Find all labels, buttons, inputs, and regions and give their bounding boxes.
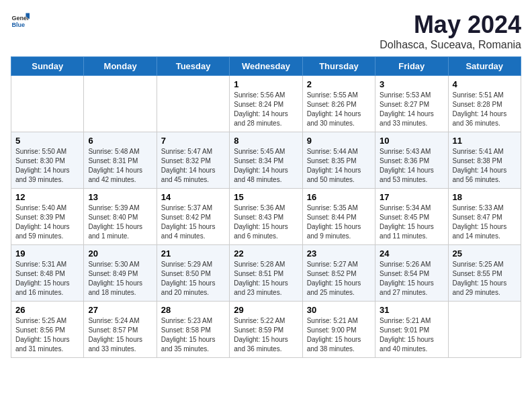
day-number: 5 <box>15 136 80 146</box>
calendar-cell: 25Sunrise: 5:25 AM Sunset: 8:55 PM Dayli… <box>448 245 521 302</box>
svg-text:Blue: Blue <box>11 21 25 28</box>
day-info: Sunrise: 5:56 AM Sunset: 8:24 PM Dayligh… <box>234 91 298 128</box>
calendar-cell: 10Sunrise: 5:43 AM Sunset: 8:36 PM Dayli… <box>375 132 448 189</box>
calendar-cell: 9Sunrise: 5:44 AM Sunset: 8:35 PM Daylig… <box>302 132 375 189</box>
calendar-cell: 28Sunrise: 5:23 AM Sunset: 8:58 PM Dayli… <box>157 302 229 358</box>
calendar-cell: 5Sunrise: 5:50 AM Sunset: 8:30 PM Daylig… <box>11 132 84 189</box>
week-row-2: 5Sunrise: 5:50 AM Sunset: 8:30 PM Daylig… <box>11 132 521 189</box>
day-info: Sunrise: 5:55 AM Sunset: 8:26 PM Dayligh… <box>307 91 371 128</box>
calendar-cell: 3Sunrise: 5:53 AM Sunset: 8:27 PM Daylig… <box>375 76 448 132</box>
day-info: Sunrise: 5:35 AM Sunset: 8:44 PM Dayligh… <box>307 203 371 241</box>
calendar-cell: 30Sunrise: 5:21 AM Sunset: 9:00 PM Dayli… <box>302 302 375 358</box>
day-number: 30 <box>307 305 371 315</box>
calendar-cell: 8Sunrise: 5:45 AM Sunset: 8:34 PM Daylig… <box>230 132 302 189</box>
day-number: 22 <box>234 248 298 259</box>
day-number: 18 <box>453 192 517 202</box>
calendar-cell: 21Sunrise: 5:29 AM Sunset: 8:50 PM Dayli… <box>157 245 229 302</box>
calendar-cell: 7Sunrise: 5:47 AM Sunset: 8:32 PM Daylig… <box>157 132 229 189</box>
week-row-4: 19Sunrise: 5:31 AM Sunset: 8:48 PM Dayli… <box>11 245 521 302</box>
calendar-cell: 4Sunrise: 5:51 AM Sunset: 8:28 PM Daylig… <box>448 76 521 132</box>
calendar-cell: 31Sunrise: 5:21 AM Sunset: 9:01 PM Dayli… <box>375 302 448 358</box>
calendar-cell: 27Sunrise: 5:24 AM Sunset: 8:57 PM Dayli… <box>84 302 157 358</box>
day-info: Sunrise: 5:28 AM Sunset: 8:51 PM Dayligh… <box>234 260 298 298</box>
day-number: 24 <box>380 248 444 259</box>
logo-icon: General Blue <box>11 11 30 30</box>
day-number: 20 <box>88 248 152 259</box>
day-number: 28 <box>161 305 226 315</box>
day-header-saturday: Saturday <box>448 57 521 76</box>
day-header-monday: Monday <box>84 57 157 76</box>
calendar-cell: 19Sunrise: 5:31 AM Sunset: 8:48 PM Dayli… <box>11 245 84 302</box>
day-header-tuesday: Tuesday <box>157 57 229 76</box>
day-header-friday: Friday <box>375 57 448 76</box>
day-number: 8 <box>234 136 298 146</box>
day-header-wednesday: Wednesday <box>230 57 302 76</box>
day-info: Sunrise: 5:50 AM Sunset: 8:30 PM Dayligh… <box>15 147 80 185</box>
day-number: 15 <box>234 192 298 202</box>
day-info: Sunrise: 5:36 AM Sunset: 8:43 PM Dayligh… <box>234 203 298 241</box>
day-info: Sunrise: 5:22 AM Sunset: 8:59 PM Dayligh… <box>234 316 298 354</box>
day-number: 17 <box>380 192 444 202</box>
calendar-cell: 22Sunrise: 5:28 AM Sunset: 8:51 PM Dayli… <box>230 245 302 302</box>
day-info: Sunrise: 5:37 AM Sunset: 8:42 PM Dayligh… <box>161 203 226 241</box>
calendar-cell: 16Sunrise: 5:35 AM Sunset: 8:44 PM Dayli… <box>302 189 375 245</box>
day-number: 14 <box>161 192 226 202</box>
calendar-cell <box>157 76 229 132</box>
calendar-table: SundayMondayTuesdayWednesdayThursdayFrid… <box>11 56 521 358</box>
calendar-cell: 2Sunrise: 5:55 AM Sunset: 8:26 PM Daylig… <box>302 76 375 132</box>
calendar-cell: 14Sunrise: 5:37 AM Sunset: 8:42 PM Dayli… <box>157 189 229 245</box>
title-block: May 2024 Dolhasca, Suceava, Romania <box>380 11 521 51</box>
day-info: Sunrise: 5:23 AM Sunset: 8:58 PM Dayligh… <box>161 316 226 354</box>
day-info: Sunrise: 5:47 AM Sunset: 8:32 PM Dayligh… <box>161 147 226 185</box>
day-info: Sunrise: 5:40 AM Sunset: 8:39 PM Dayligh… <box>15 203 80 241</box>
day-info: Sunrise: 5:21 AM Sunset: 9:00 PM Dayligh… <box>307 316 371 354</box>
day-info: Sunrise: 5:33 AM Sunset: 8:47 PM Dayligh… <box>453 203 517 241</box>
day-info: Sunrise: 5:25 AM Sunset: 8:56 PM Dayligh… <box>15 316 80 354</box>
calendar-cell <box>448 302 521 358</box>
day-number: 9 <box>307 136 371 146</box>
day-number: 11 <box>453 136 517 146</box>
day-number: 13 <box>88 192 152 202</box>
calendar-cell: 12Sunrise: 5:40 AM Sunset: 8:39 PM Dayli… <box>11 189 84 245</box>
day-number: 26 <box>15 305 80 315</box>
logo: General Blue <box>11 11 30 30</box>
day-info: Sunrise: 5:44 AM Sunset: 8:35 PM Dayligh… <box>307 147 371 185</box>
calendar-cell: 20Sunrise: 5:30 AM Sunset: 8:49 PM Dayli… <box>84 245 157 302</box>
day-info: Sunrise: 5:24 AM Sunset: 8:57 PM Dayligh… <box>88 316 152 354</box>
week-row-5: 26Sunrise: 5:25 AM Sunset: 8:56 PM Dayli… <box>11 302 521 358</box>
day-number: 27 <box>88 305 152 315</box>
page-header: General Blue May 2024 Dolhasca, Suceava,… <box>11 11 521 51</box>
calendar-cell <box>11 76 84 132</box>
day-info: Sunrise: 5:34 AM Sunset: 8:45 PM Dayligh… <box>380 203 444 241</box>
calendar-cell: 11Sunrise: 5:41 AM Sunset: 8:38 PM Dayli… <box>448 132 521 189</box>
day-info: Sunrise: 5:51 AM Sunset: 8:28 PM Dayligh… <box>453 91 517 128</box>
day-info: Sunrise: 5:21 AM Sunset: 9:01 PM Dayligh… <box>380 316 444 354</box>
day-number: 23 <box>307 248 371 259</box>
week-row-1: 1Sunrise: 5:56 AM Sunset: 8:24 PM Daylig… <box>11 76 521 132</box>
day-number: 3 <box>380 79 444 89</box>
day-number: 2 <box>307 79 371 89</box>
calendar-cell: 18Sunrise: 5:33 AM Sunset: 8:47 PM Dayli… <box>448 189 521 245</box>
day-number: 4 <box>453 79 517 89</box>
calendar-cell: 24Sunrise: 5:26 AM Sunset: 8:54 PM Dayli… <box>375 245 448 302</box>
day-number: 16 <box>307 192 371 202</box>
day-info: Sunrise: 5:30 AM Sunset: 8:49 PM Dayligh… <box>88 260 152 298</box>
day-info: Sunrise: 5:31 AM Sunset: 8:48 PM Dayligh… <box>15 260 80 298</box>
day-number: 12 <box>15 192 80 202</box>
day-info: Sunrise: 5:53 AM Sunset: 8:27 PM Dayligh… <box>380 91 444 128</box>
day-number: 19 <box>15 248 80 259</box>
day-info: Sunrise: 5:26 AM Sunset: 8:54 PM Dayligh… <box>380 260 444 298</box>
day-header-thursday: Thursday <box>302 57 375 76</box>
day-number: 29 <box>234 305 298 315</box>
day-number: 25 <box>453 248 517 259</box>
day-info: Sunrise: 5:41 AM Sunset: 8:38 PM Dayligh… <box>453 147 517 185</box>
main-title: May 2024 <box>380 11 521 39</box>
day-info: Sunrise: 5:39 AM Sunset: 8:40 PM Dayligh… <box>88 203 152 241</box>
day-number: 7 <box>161 136 226 146</box>
calendar-cell: 15Sunrise: 5:36 AM Sunset: 8:43 PM Dayli… <box>230 189 302 245</box>
calendar-cell: 13Sunrise: 5:39 AM Sunset: 8:40 PM Dayli… <box>84 189 157 245</box>
day-info: Sunrise: 5:25 AM Sunset: 8:55 PM Dayligh… <box>453 260 517 298</box>
calendar-cell: 1Sunrise: 5:56 AM Sunset: 8:24 PM Daylig… <box>230 76 302 132</box>
calendar-cell: 23Sunrise: 5:27 AM Sunset: 8:52 PM Dayli… <box>302 245 375 302</box>
day-header-sunday: Sunday <box>11 57 84 76</box>
